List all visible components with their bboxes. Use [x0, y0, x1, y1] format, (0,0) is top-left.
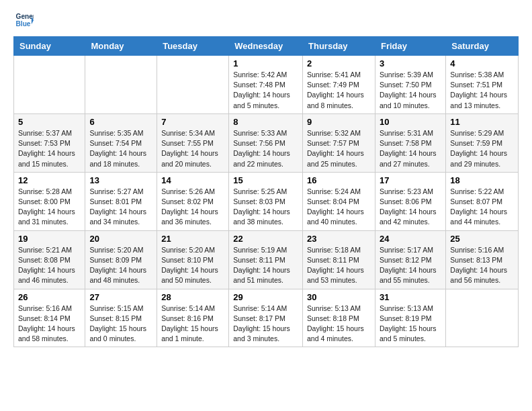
day-number: 19 [18, 234, 81, 244]
day-number: 15 [233, 175, 298, 185]
calendar-cell: 2Sunrise: 5:41 AM Sunset: 7:49 PM Daylig… [303, 56, 375, 114]
day-number: 10 [380, 117, 441, 127]
day-number: 8 [233, 117, 298, 127]
day-info: Sunrise: 5:22 AM Sunset: 8:07 PM Dayligh… [450, 187, 514, 228]
calendar-cell: 18Sunrise: 5:22 AM Sunset: 8:07 PM Dayli… [446, 172, 519, 230]
day-info: Sunrise: 5:25 AM Sunset: 8:03 PM Dayligh… [233, 187, 298, 228]
day-info: Sunrise: 5:29 AM Sunset: 7:59 PM Dayligh… [450, 128, 514, 169]
logo-icon: General Blue [15, 11, 34, 30]
day-info: Sunrise: 5:19 AM Sunset: 8:11 PM Dayligh… [233, 245, 298, 286]
weekday-header-wednesday: Wednesday [229, 37, 303, 56]
weekday-header-thursday: Thursday [303, 37, 375, 56]
day-info: Sunrise: 5:26 AM Sunset: 8:02 PM Dayligh… [161, 187, 224, 228]
day-info: Sunrise: 5:20 AM Sunset: 8:09 PM Dayligh… [89, 245, 152, 286]
calendar-cell: 1Sunrise: 5:42 AM Sunset: 7:48 PM Daylig… [229, 56, 303, 114]
day-info: Sunrise: 5:42 AM Sunset: 7:48 PM Dayligh… [233, 70, 298, 111]
calendar-cell: 31Sunrise: 5:13 AM Sunset: 8:19 PM Dayli… [375, 289, 445, 347]
day-info: Sunrise: 5:16 AM Sunset: 8:13 PM Dayligh… [450, 245, 514, 286]
day-number: 31 [380, 292, 441, 302]
day-number: 7 [161, 117, 224, 127]
day-info: Sunrise: 5:13 AM Sunset: 8:19 PM Dayligh… [380, 304, 441, 345]
day-info: Sunrise: 5:14 AM Sunset: 8:17 PM Dayligh… [233, 304, 298, 345]
day-number: 11 [450, 117, 514, 127]
calendar-cell: 29Sunrise: 5:14 AM Sunset: 8:17 PM Dayli… [229, 289, 303, 347]
page: General Blue SundayMondayTuesdayWednesda… [0, 0, 532, 358]
day-number: 27 [89, 292, 152, 302]
day-number: 5 [18, 117, 81, 127]
calendar-cell: 25Sunrise: 5:16 AM Sunset: 8:13 PM Dayli… [446, 230, 519, 289]
weekday-header-tuesday: Tuesday [157, 37, 229, 56]
day-number: 21 [161, 234, 224, 244]
calendar-cell: 3Sunrise: 5:39 AM Sunset: 7:50 PM Daylig… [375, 56, 445, 114]
calendar-cell: 8Sunrise: 5:33 AM Sunset: 7:56 PM Daylig… [229, 113, 303, 172]
calendar-week-row: 5Sunrise: 5:37 AM Sunset: 7:53 PM Daylig… [14, 113, 519, 172]
calendar-cell: 23Sunrise: 5:18 AM Sunset: 8:11 PM Dayli… [303, 230, 375, 289]
day-number: 29 [233, 292, 298, 302]
calendar-cell [85, 56, 157, 114]
day-info: Sunrise: 5:20 AM Sunset: 8:10 PM Dayligh… [161, 245, 224, 286]
weekday-header-row: SundayMondayTuesdayWednesdayThursdayFrid… [14, 37, 519, 56]
calendar-cell [157, 56, 229, 114]
day-number: 25 [450, 234, 514, 244]
day-number: 18 [450, 175, 514, 185]
day-info: Sunrise: 5:13 AM Sunset: 8:18 PM Dayligh… [307, 304, 371, 345]
day-info: Sunrise: 5:14 AM Sunset: 8:16 PM Dayligh… [161, 304, 224, 345]
day-number: 28 [161, 292, 224, 302]
day-number: 3 [380, 58, 441, 68]
calendar-cell: 21Sunrise: 5:20 AM Sunset: 8:10 PM Dayli… [157, 230, 229, 289]
day-info: Sunrise: 5:35 AM Sunset: 7:54 PM Dayligh… [89, 128, 152, 169]
weekday-header-monday: Monday [85, 37, 157, 56]
logo: General Blue [13, 11, 35, 30]
calendar-week-row: 12Sunrise: 5:28 AM Sunset: 8:00 PM Dayli… [14, 172, 519, 230]
calendar-week-row: 26Sunrise: 5:16 AM Sunset: 8:14 PM Dayli… [14, 289, 519, 347]
calendar-cell: 28Sunrise: 5:14 AM Sunset: 8:16 PM Dayli… [157, 289, 229, 347]
weekday-header-sunday: Sunday [14, 37, 85, 56]
calendar-cell: 14Sunrise: 5:26 AM Sunset: 8:02 PM Dayli… [157, 172, 229, 230]
calendar-cell: 10Sunrise: 5:31 AM Sunset: 7:58 PM Dayli… [375, 113, 445, 172]
day-info: Sunrise: 5:15 AM Sunset: 8:15 PM Dayligh… [89, 304, 152, 345]
day-info: Sunrise: 5:24 AM Sunset: 8:04 PM Dayligh… [307, 187, 371, 228]
calendar-cell: 19Sunrise: 5:21 AM Sunset: 8:08 PM Dayli… [14, 230, 85, 289]
calendar-cell: 15Sunrise: 5:25 AM Sunset: 8:03 PM Dayli… [229, 172, 303, 230]
calendar-cell [446, 289, 519, 347]
header: General Blue [13, 11, 519, 30]
calendar-week-row: 19Sunrise: 5:21 AM Sunset: 8:08 PM Dayli… [14, 230, 519, 289]
day-number: 16 [307, 175, 371, 185]
day-number: 6 [89, 117, 152, 127]
calendar-cell: 22Sunrise: 5:19 AM Sunset: 8:11 PM Dayli… [229, 230, 303, 289]
calendar-week-row: 1Sunrise: 5:42 AM Sunset: 7:48 PM Daylig… [14, 56, 519, 114]
day-info: Sunrise: 5:27 AM Sunset: 8:01 PM Dayligh… [89, 187, 152, 228]
day-info: Sunrise: 5:33 AM Sunset: 7:56 PM Dayligh… [233, 128, 298, 169]
day-info: Sunrise: 5:41 AM Sunset: 7:49 PM Dayligh… [307, 70, 371, 111]
day-number: 2 [307, 58, 371, 68]
calendar-cell: 13Sunrise: 5:27 AM Sunset: 8:01 PM Dayli… [85, 172, 157, 230]
day-info: Sunrise: 5:31 AM Sunset: 7:58 PM Dayligh… [380, 128, 441, 169]
day-info: Sunrise: 5:32 AM Sunset: 7:57 PM Dayligh… [307, 128, 371, 169]
day-info: Sunrise: 5:28 AM Sunset: 8:00 PM Dayligh… [18, 187, 81, 228]
day-number: 17 [380, 175, 441, 185]
day-number: 23 [307, 234, 371, 244]
day-number: 12 [18, 175, 81, 185]
day-info: Sunrise: 5:16 AM Sunset: 8:14 PM Dayligh… [18, 304, 81, 345]
day-number: 26 [18, 292, 81, 302]
calendar-cell: 27Sunrise: 5:15 AM Sunset: 8:15 PM Dayli… [85, 289, 157, 347]
calendar-cell: 9Sunrise: 5:32 AM Sunset: 7:57 PM Daylig… [303, 113, 375, 172]
calendar-cell: 26Sunrise: 5:16 AM Sunset: 8:14 PM Dayli… [14, 289, 85, 347]
weekday-header-friday: Friday [375, 37, 445, 56]
day-number: 14 [161, 175, 224, 185]
day-number: 30 [307, 292, 371, 302]
calendar-cell: 16Sunrise: 5:24 AM Sunset: 8:04 PM Dayli… [303, 172, 375, 230]
day-info: Sunrise: 5:18 AM Sunset: 8:11 PM Dayligh… [307, 245, 371, 286]
day-info: Sunrise: 5:39 AM Sunset: 7:50 PM Dayligh… [380, 70, 441, 111]
day-number: 22 [233, 234, 298, 244]
calendar-cell: 24Sunrise: 5:17 AM Sunset: 8:12 PM Dayli… [375, 230, 445, 289]
calendar-cell: 20Sunrise: 5:20 AM Sunset: 8:09 PM Dayli… [85, 230, 157, 289]
day-number: 13 [89, 175, 152, 185]
day-info: Sunrise: 5:23 AM Sunset: 8:06 PM Dayligh… [380, 187, 441, 228]
calendar-cell: 11Sunrise: 5:29 AM Sunset: 7:59 PM Dayli… [446, 113, 519, 172]
day-info: Sunrise: 5:34 AM Sunset: 7:55 PM Dayligh… [161, 128, 224, 169]
calendar-cell [14, 56, 85, 114]
svg-text:Blue: Blue [16, 20, 31, 28]
calendar-cell: 6Sunrise: 5:35 AM Sunset: 7:54 PM Daylig… [85, 113, 157, 172]
calendar-cell: 30Sunrise: 5:13 AM Sunset: 8:18 PM Dayli… [303, 289, 375, 347]
